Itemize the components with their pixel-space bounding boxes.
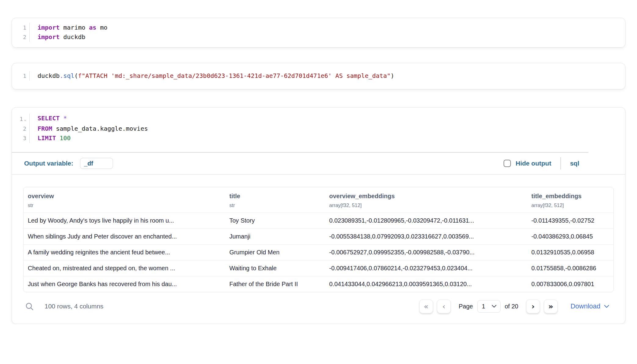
code-text[interactable]: import marimo as mo <box>30 23 107 32</box>
chevron-right-icon: › <box>532 302 535 311</box>
table-row[interactable]: When siblings Judy and Peter discover an… <box>24 228 614 244</box>
line-number: 1⌄ <box>12 114 30 124</box>
hide-output-checkbox[interactable] <box>504 160 511 167</box>
code-line: 2 FROM sample_data.kaggle.movies <box>12 124 625 133</box>
first-page-button[interactable]: « <box>419 300 433 313</box>
code-line: 3 LIMIT 100 <box>12 133 625 143</box>
sql-cell: 1⌄ SELECT * 2 FROM sample_data.kaggle.mo… <box>12 107 625 324</box>
output-variable-label: Output variable: <box>24 160 73 167</box>
code-cell-attach[interactable]: 1 duckdb.sql(f"ATTACH 'md:_share/sample_… <box>12 63 625 89</box>
cell-title: Toy Story <box>225 213 325 228</box>
cell-overview: Just when George Banks has recovered fro… <box>24 276 225 292</box>
search-icon[interactable] <box>25 302 34 311</box>
code-line: 1 import marimo as mo <box>12 23 625 32</box>
string-token: "ATTACH 'md:_share/sample_data/23b0d623-… <box>82 72 391 79</box>
code-text[interactable]: duckdb.sql(f"ATTACH 'md:_share/sample_da… <box>30 71 394 81</box>
previous-page-button[interactable]: ‹ <box>437 300 451 313</box>
cell-overview-embeddings: -0.009417406,0.07860214,-0.023279453,0.0… <box>325 260 527 276</box>
page-number-select[interactable]: 1 <box>477 300 500 313</box>
cell-title: Grumpier Old Men <box>225 244 325 260</box>
table-row[interactable]: Just when George Banks has recovered fro… <box>24 276 614 292</box>
cell-title-embeddings: 0.007833006,0.097801 <box>527 276 614 292</box>
keyword-token: FROM <box>38 125 52 132</box>
table-header-row: overview str title str overview_embeddin… <box>24 187 614 213</box>
keyword-token: SELECT <box>38 115 60 122</box>
line-number: 3 <box>12 133 30 143</box>
code-token: ( <box>74 72 78 79</box>
cell-title-embeddings: 0.01755858,-0.0086286 <box>527 260 614 276</box>
cell-overview: Led by Woody, Andy's toys live happily i… <box>24 213 225 228</box>
code-token: duckdb <box>60 33 85 41</box>
total-pages-label: of 20 <box>505 303 518 310</box>
code-token: mo <box>96 24 107 31</box>
hide-output-label: Hide output <box>516 160 551 167</box>
cell-overview: Cheated on, mistreated and stepped on, t… <box>24 260 225 276</box>
result-table: overview str title str overview_embeddin… <box>23 187 614 292</box>
vertical-divider <box>560 157 561 169</box>
keyword-token: import <box>38 24 60 31</box>
cell-overview: When siblings Judy and Peter discover an… <box>24 228 225 244</box>
cell-title-embeddings: -0.040386293,0.06845 <box>527 228 614 244</box>
next-page-button[interactable]: › <box>526 300 540 313</box>
code-text[interactable]: LIMIT 100 <box>30 133 71 143</box>
code-text[interactable]: import duckdb <box>30 32 86 42</box>
output-variable-input[interactable] <box>80 158 113 169</box>
sql-code-editor[interactable]: 1⌄ SELECT * 2 FROM sample_data.kaggle.mo… <box>12 114 625 143</box>
code-token: marimo <box>60 24 89 31</box>
chevron-down-icon <box>492 305 497 308</box>
keyword-token: import <box>38 33 60 41</box>
code-token: sample_data.kaggle.movies <box>52 125 148 132</box>
code-line: 2 import duckdb <box>12 32 625 42</box>
table-row[interactable]: Cheated on, mistreated and stepped on, t… <box>24 260 614 276</box>
code-token: . <box>60 72 63 79</box>
last-page-button[interactable]: » <box>544 300 558 313</box>
code-token: ) <box>391 72 394 79</box>
keyword-token: LIMIT <box>38 134 56 142</box>
operator-token: * <box>60 115 67 122</box>
page-label: Page <box>459 303 473 310</box>
cell-overview-embeddings: -0.006752927,0.099952355,-0.009982588,-0… <box>325 244 527 260</box>
code-line: 1 duckdb.sql(f"ATTACH 'md:_share/sample_… <box>12 71 625 81</box>
number-token: 100 <box>56 134 71 142</box>
code-line: 1⌄ SELECT * <box>12 114 625 124</box>
column-header-overview-embeddings[interactable]: overview_embeddings array[f32, 512] <box>325 187 527 213</box>
query-output-area: overview str title str overview_embeddin… <box>12 175 625 292</box>
function-token: sql <box>63 72 74 79</box>
table-row[interactable]: Led by Woody, Andy's toys live happily i… <box>24 213 614 228</box>
line-number: 1 <box>12 23 30 32</box>
line-number: 1 <box>12 71 30 81</box>
double-chevron-right-icon: » <box>548 302 553 311</box>
download-button[interactable]: Download <box>570 302 609 310</box>
code-cell-imports[interactable]: 1 import marimo as mo 2 import duckdb <box>12 18 625 48</box>
cell-overview-embeddings: 0.023089351,-0.012809965,-0.03209472,-0.… <box>325 213 527 228</box>
keyword-token: as <box>89 24 96 31</box>
cell-title: Father of the Bride Part II <box>225 276 325 292</box>
row-count-summary: 100 rows, 4 columns <box>45 303 104 310</box>
cell-title-embeddings: -0.011439355,-0.02752 <box>527 213 614 228</box>
table-footer: 100 rows, 4 columns « ‹ Page 1 of 20 › »… <box>12 292 625 319</box>
code-fold-chevron-icon[interactable]: ⌄ <box>24 115 26 124</box>
code-token: duckdb <box>38 72 60 79</box>
cell-title: Waiting to Exhale <box>225 260 325 276</box>
column-header-title-embeddings[interactable]: title_embeddings array[f32, 512] <box>527 187 614 213</box>
line-number: 2 <box>12 32 30 42</box>
double-chevron-left-icon: « <box>424 302 428 311</box>
line-number: 2 <box>12 124 30 133</box>
chevron-down-icon <box>604 305 609 308</box>
cell-title: Jumanji <box>225 228 325 244</box>
fstring-prefix-token: f <box>78 72 82 79</box>
output-variable-bar: Output variable: Hide output sql <box>12 153 625 174</box>
chevron-left-icon: ‹ <box>442 302 445 311</box>
table-row[interactable]: A family wedding reignites the ancient f… <box>24 244 614 260</box>
sql-language-badge: sql <box>570 160 579 167</box>
column-header-overview[interactable]: overview str <box>24 187 225 213</box>
code-text[interactable]: FROM sample_data.kaggle.movies <box>30 124 148 133</box>
code-text[interactable]: SELECT * <box>30 114 67 124</box>
cell-overview: A family wedding reignites the ancient f… <box>24 244 225 260</box>
cell-overview-embeddings: -0.0055384138,0.07992093,0.023316627,0.0… <box>325 228 527 244</box>
column-header-title[interactable]: title str <box>225 187 325 213</box>
cell-title-embeddings: 0.0132910535,0.06958 <box>527 244 614 260</box>
cell-overview-embeddings: 0.041433044,0.042966213,0.0039591365,0.0… <box>325 276 527 292</box>
